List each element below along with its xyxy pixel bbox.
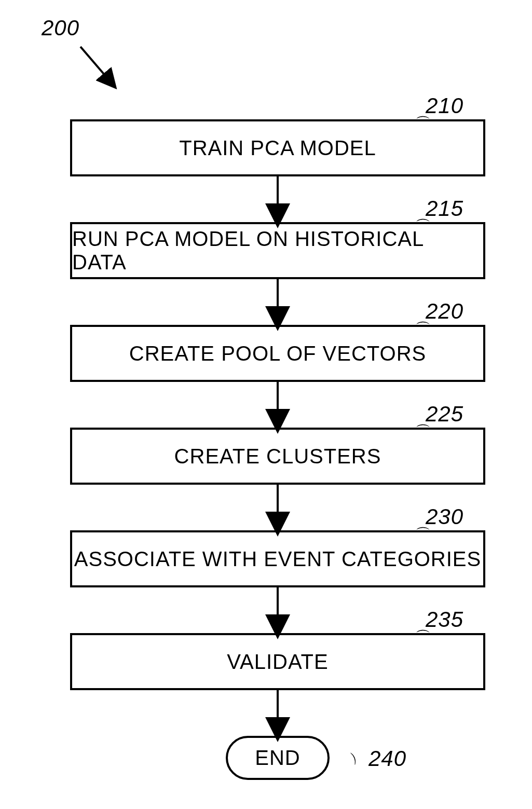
ref-tick: ⌒: [415, 421, 431, 443]
step-label: TRAIN PCA MODEL: [179, 136, 376, 160]
ref-tick: ⌒: [335, 749, 361, 771]
step-ref-210: 210: [426, 93, 463, 118]
ref-tick: ⌒: [415, 627, 431, 648]
step-ref-235: 235: [426, 607, 463, 632]
svg-line-1: [80, 47, 112, 83]
step-label: ASSOCIATE WITH EVENT CATEGORIES: [74, 547, 481, 571]
end-label: END: [255, 746, 300, 770]
ref-tick: ⌒: [415, 524, 431, 545]
step-label: CREATE CLUSTERS: [174, 445, 381, 468]
ref-tick: ⌒: [415, 319, 431, 340]
step-label: CREATE POOL OF VECTORS: [129, 342, 426, 365]
ref-tick: ⌒: [415, 216, 431, 237]
flowchart-canvas: 200 TRAIN PCA MODEL 210 ⌒ RUN PCA MODEL …: [0, 0, 532, 809]
end-terminator: END: [226, 736, 330, 780]
step-ref-220: 220: [426, 299, 463, 324]
step-label: VALIDATE: [227, 650, 328, 674]
step-ref-215: 215: [426, 196, 463, 221]
ref-tick: ⌒: [415, 113, 431, 134]
end-ref-240: 240: [369, 746, 406, 771]
diagram-ref-200: 200: [42, 16, 79, 40]
step-ref-230: 230: [426, 504, 463, 529]
step-ref-225: 225: [426, 402, 463, 427]
